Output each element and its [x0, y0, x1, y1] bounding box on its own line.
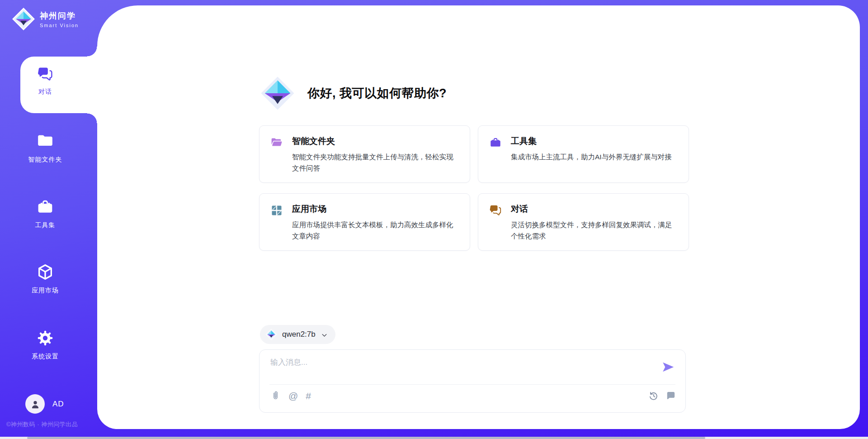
brand-subtitle: Smart Vision [40, 23, 79, 28]
model-name: qwen2:7b [282, 330, 316, 339]
app-grid-icon [270, 204, 283, 217]
send-button[interactable] [661, 360, 675, 374]
sidebar-item-label: 应用市场 [9, 286, 81, 295]
active-tab-fillet-top [87, 47, 97, 57]
sidebar-item-label: 工具集 [9, 221, 81, 229]
sidebar-item-label: 系统设置 [9, 353, 81, 361]
card-description: 应用市场提供丰富长文本模板，助力高效生成多样化文章内容 [292, 219, 461, 242]
user-menu[interactable]: AD [25, 394, 64, 414]
history-icon[interactable] [648, 391, 659, 401]
feature-cards: 智能文件夹 智能文件夹功能支持批量文件上传与清洗，轻松实现文件问答 工具集 集成… [259, 125, 689, 251]
card-title: 对话 [511, 203, 679, 215]
hash-icon[interactable]: # [306, 391, 311, 401]
sidebar-item-settings[interactable]: 系统设置 [9, 329, 81, 361]
composer-divider [269, 384, 675, 385]
card-description: 集成市场上主流工具，助力AI与外界无缝扩展与对接 [511, 151, 678, 162]
folder-open-icon [270, 136, 283, 149]
composer-tools-left: @ # [270, 391, 311, 401]
card-description: 智能文件夹功能支持批量文件上传与清洗，轻松实现文件问答 [292, 151, 461, 174]
at-icon[interactable]: @ [288, 391, 298, 401]
card-chat[interactable]: 对话 灵活切换多模型文件，支持多样回复效果调试，满足个性化需求 [478, 193, 689, 251]
card-smart-folder[interactable]: 智能文件夹 智能文件夹功能支持批量文件上传与清洗，轻松实现文件问答 [259, 125, 470, 183]
sidebar-item-app-market[interactable]: 应用市场 [9, 263, 81, 295]
send-icon [661, 360, 675, 374]
sidebar-item-chat[interactable]: 对话 [9, 66, 81, 96]
brand: 神州问学 Smart Vision [12, 7, 79, 31]
card-body: 应用市场 应用市场提供丰富长文本模板，助力高效生成多样化文章内容 [292, 203, 461, 242]
cube-icon [36, 263, 54, 281]
sidebar-item-label: 对话 [9, 88, 81, 96]
user-name: AD [52, 400, 64, 409]
gear-icon [36, 329, 54, 347]
diamond-logo-icon [265, 329, 277, 340]
app-screen: 神州问学 Smart Vision 对话 智能文件夹 工具集 应用市场 系统设置… [0, 0, 868, 439]
message-input[interactable] [270, 357, 653, 381]
person-icon [29, 398, 41, 410]
chat-icon [489, 204, 502, 217]
card-description: 灵活切换多模型文件，支持多样回复效果调试，满足个性化需求 [511, 219, 679, 242]
brand-text: 神州问学 Smart Vision [40, 10, 79, 28]
avatar [25, 394, 45, 414]
toolbox-icon [489, 136, 502, 149]
card-title: 工具集 [511, 135, 678, 147]
copyright-text: ©神州数码 · 神州问学出品 [6, 420, 78, 429]
chat-bubble-icon[interactable] [665, 391, 676, 401]
horizontal-scrollbar-thumb[interactable] [27, 437, 705, 439]
card-app-market[interactable]: 应用市场 应用市场提供丰富长文本模板，助力高效生成多样化文章内容 [259, 193, 470, 251]
sidebar-item-smart-folder[interactable]: 智能文件夹 [9, 132, 81, 164]
chat-icon [37, 66, 53, 82]
chevron-down-icon [321, 331, 328, 339]
sidebar-item-toolset[interactable]: 工具集 [9, 198, 81, 229]
paperclip-icon[interactable] [270, 391, 281, 401]
card-body: 智能文件夹 智能文件夹功能支持批量文件上传与清洗，轻松实现文件问答 [292, 135, 461, 174]
toolbox-icon [36, 198, 54, 216]
greeting-text: 你好, 我可以如何帮助你? [307, 85, 447, 101]
sidebar-item-label: 智能文件夹 [9, 156, 81, 164]
card-body: 工具集 集成市场上主流工具，助力AI与外界无缝扩展与对接 [511, 135, 678, 162]
brand-name: 神州问学 [40, 10, 79, 21]
horizontal-scrollbar-track[interactable] [0, 437, 868, 439]
model-selector[interactable]: qwen2:7b [260, 325, 335, 344]
composer-tools-right [648, 391, 676, 401]
greeting-diamond-logo-icon [258, 73, 297, 113]
message-composer: @ # [259, 349, 686, 413]
card-toolset[interactable]: 工具集 集成市场上主流工具，助力AI与外界无缝扩展与对接 [478, 125, 689, 183]
card-body: 对话 灵活切换多模型文件，支持多样回复效果调试，满足个性化需求 [511, 203, 679, 242]
card-title: 智能文件夹 [292, 135, 461, 147]
brand-diamond-logo-icon [12, 7, 35, 31]
card-title: 应用市场 [292, 203, 461, 215]
greeting: 你好, 我可以如何帮助你? [258, 73, 447, 113]
folder-icon [36, 132, 54, 150]
active-tab-fillet-bottom [87, 113, 97, 123]
